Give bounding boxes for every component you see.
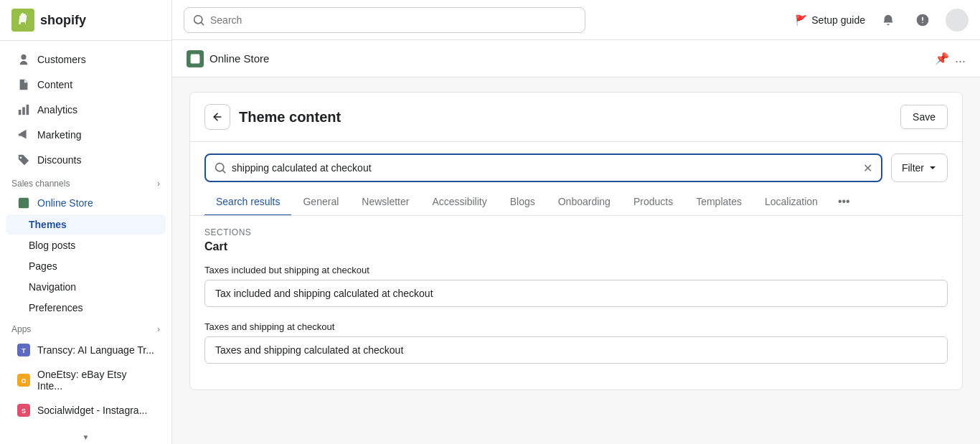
setup-guide-button[interactable]: 🚩 Setup guide xyxy=(795,14,865,26)
sidebar-item-discounts[interactable]: Discounts xyxy=(6,148,166,172)
topbar-right: 🚩 Setup guide xyxy=(795,9,969,32)
sales-channels-label: Sales channels xyxy=(11,179,70,189)
sidebar-item-analytics-label: Analytics xyxy=(37,104,77,115)
main-content: 🚩 Setup guide Online Store xyxy=(172,0,980,444)
sidebar-item-content-label: Content xyxy=(37,79,72,90)
apps-chevron-icon: › xyxy=(157,324,160,334)
svg-rect-4 xyxy=(27,105,29,115)
pin-icon[interactable]: 📌 xyxy=(935,52,949,65)
sidebar-sub-item-preferences-label: Preferences xyxy=(29,302,83,313)
card-header: Theme content Save xyxy=(190,93,962,142)
field-group-2: Taxes and shipping at checkout xyxy=(204,321,948,364)
sidebar-logo: shopify xyxy=(0,0,171,41)
sidebar-item-oneetsy-label: OneEtsy: eBay Etsy Inte... xyxy=(37,369,154,392)
user-avatar[interactable] xyxy=(946,9,969,32)
apps-label: Apps xyxy=(11,324,31,334)
global-search-bar[interactable] xyxy=(184,7,585,33)
svg-text:O: O xyxy=(21,377,26,384)
shopify-logo-text: shopify xyxy=(40,13,86,28)
sidebar-sub-item-navigation[interactable]: Navigation xyxy=(6,277,166,297)
online-store-page-icon xyxy=(187,50,204,67)
sidebar-item-content[interactable]: Content xyxy=(6,72,166,97)
sidebar-sub-item-pages-label: Pages xyxy=(29,260,57,272)
tab-general[interactable]: General xyxy=(291,189,350,216)
page-header-bar: Online Store 📌 ... xyxy=(172,40,980,77)
sidebar-item-customers[interactable]: Customers xyxy=(6,47,166,72)
sidebar-item-socialwidget[interactable]: S Socialwidget - Instagra... xyxy=(6,398,166,422)
tab-blogs[interactable]: Blogs xyxy=(499,189,547,216)
save-button[interactable]: Save xyxy=(900,105,948,129)
bar-chart-icon xyxy=(17,103,30,116)
sales-channels-section[interactable]: Sales channels › xyxy=(0,173,171,192)
sidebar-item-marketing[interactable]: Marketing xyxy=(6,123,166,147)
sidebar-sub-item-blog-posts-label: Blog posts xyxy=(29,240,75,251)
card-title: Theme content xyxy=(239,109,341,126)
tab-accessibility[interactable]: Accessibility xyxy=(420,189,498,216)
svg-rect-2 xyxy=(19,110,22,115)
help-circle-icon xyxy=(915,13,930,27)
tabs-row: Search results General Newsletter Access… xyxy=(190,188,962,216)
back-button[interactable] xyxy=(204,104,230,130)
theme-content-card: Theme content Save ✕ Filter xyxy=(189,92,963,390)
filter-button[interactable]: Filter xyxy=(891,153,948,182)
sidebar-scroll: Customers Content Analytics Marketing Di… xyxy=(0,41,171,430)
field-input-1[interactable] xyxy=(204,280,948,307)
sidebar-item-analytics[interactable]: Analytics xyxy=(6,98,166,122)
sidebar-sub-item-navigation-label: Navigation xyxy=(29,281,76,293)
more-options-button[interactable]: ... xyxy=(955,51,966,66)
tab-newsletter[interactable]: Newsletter xyxy=(350,189,420,216)
page-area: Online Store 📌 ... Theme content Sav xyxy=(172,40,980,444)
sales-channels-chevron-icon: › xyxy=(157,179,160,189)
clear-search-button[interactable]: ✕ xyxy=(863,161,872,175)
filter-label: Filter xyxy=(902,162,924,174)
section-label: Sections xyxy=(204,227,948,237)
svg-text:S: S xyxy=(22,407,26,415)
oneetsy-icon: O xyxy=(17,374,30,387)
svg-text:T: T xyxy=(22,347,26,354)
tab-search-results[interactable]: Search results xyxy=(204,189,291,216)
field-group-1: Taxes included but shipping at checkout xyxy=(204,265,948,307)
section-name: Cart xyxy=(204,240,948,253)
sidebar-item-oneetsy[interactable]: O OneEtsy: eBay Etsy Inte... xyxy=(6,363,166,397)
notification-bell-button[interactable] xyxy=(877,9,900,32)
setup-guide-label: Setup guide xyxy=(811,14,865,26)
sidebar-item-online-store-label: Online Store xyxy=(37,197,93,209)
flag-icon: 🚩 xyxy=(795,14,807,26)
content-search-input[interactable] xyxy=(232,162,857,174)
back-arrow-icon xyxy=(212,111,223,123)
sidebar-item-marketing-label: Marketing xyxy=(37,129,81,141)
global-search-input[interactable] xyxy=(210,14,576,26)
help-button[interactable] xyxy=(911,9,934,32)
field-label-2: Taxes and shipping at checkout xyxy=(204,321,948,332)
topbar: 🚩 Setup guide xyxy=(172,0,980,40)
tab-onboarding[interactable]: Onboarding xyxy=(547,189,622,216)
megaphone-icon xyxy=(17,128,30,141)
transcy-icon: T xyxy=(17,344,30,356)
results-area: Sections Cart Taxes included but shippin… xyxy=(190,216,962,389)
field-input-2[interactable] xyxy=(204,336,948,364)
tab-templates[interactable]: Templates xyxy=(684,189,753,216)
sidebar-item-transcy[interactable]: T Transcy: AI Language Tr... xyxy=(6,338,166,362)
online-store-icon xyxy=(17,197,30,209)
page-header-actions: 📌 ... xyxy=(935,51,966,66)
person-icon xyxy=(17,53,30,66)
tabs-more-button[interactable]: ••• xyxy=(832,188,856,215)
sidebar: shopify Customers Content Analytics M xyxy=(0,0,172,444)
socialwidget-icon: S xyxy=(17,404,30,417)
tab-products[interactable]: Products xyxy=(622,189,684,216)
sidebar-sub-item-blog-posts[interactable]: Blog posts xyxy=(6,235,166,255)
content-search-bar[interactable]: ✕ xyxy=(204,153,882,182)
apps-section[interactable]: Apps › xyxy=(0,318,171,337)
sidebar-scroll-down-arrow[interactable]: ▼ xyxy=(0,430,171,444)
search-icon xyxy=(193,14,204,26)
sidebar-sub-item-preferences[interactable]: Preferences xyxy=(6,298,166,318)
sidebar-item-discounts-label: Discounts xyxy=(37,154,81,166)
sidebar-sub-item-themes-label: Themes xyxy=(29,219,67,230)
sidebar-item-online-store[interactable]: Online Store xyxy=(6,192,166,214)
sidebar-sub-item-themes[interactable]: Themes xyxy=(6,214,166,235)
document-icon xyxy=(17,78,30,91)
content-area: Theme content Save ✕ Filter xyxy=(172,77,980,444)
sidebar-sub-item-pages[interactable]: Pages xyxy=(6,256,166,276)
bell-icon xyxy=(882,14,895,27)
tab-localization[interactable]: Localization xyxy=(753,189,829,216)
